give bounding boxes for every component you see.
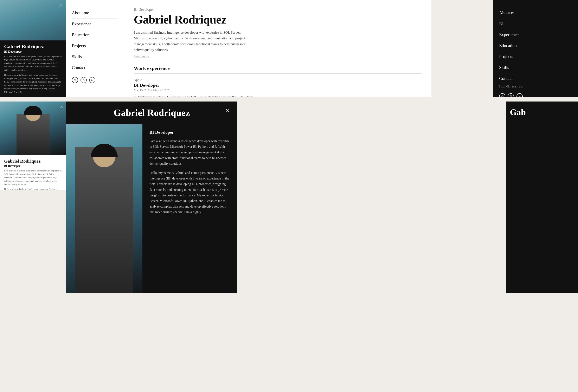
right-nav-label-about: About me: [499, 10, 516, 15]
modal-bio-p2: Hello, my name is Gabriel and I am a pas…: [149, 170, 230, 215]
right-nav-experience[interactable]: Experience: [499, 29, 572, 40]
nav-label-about-me: About me: [72, 10, 89, 15]
modal-text-content: BI Developer I am a skilled Business Int…: [143, 124, 237, 293]
main-subtitle: BI Developer: [134, 7, 422, 12]
main-bio-short: I am a skilled Business Intelligence dev…: [134, 30, 253, 53]
right-nav-label-skills: Skills: [499, 65, 509, 70]
main-name: Gabriel Rodriquez: [134, 13, 422, 26]
profile-card-bottom-left: × Gabriel Rodriquez BI Developer I am a …: [0, 101, 66, 190]
profile-card-top-left: × Gabriel Rodriquez BI Developer I am a …: [0, 0, 66, 97]
social-icons-top: ◎ 𝕏 in: [72, 77, 118, 83]
nav-panel-top: About me → Experience Education Projects…: [66, 0, 124, 97]
right-nav-bi: BI: [499, 21, 503, 26]
right-nav-label-contact: Contact: [499, 76, 513, 81]
nav-label-skills: Skills: [72, 54, 82, 59]
social-github-icon[interactable]: ◎: [72, 77, 78, 83]
card-short-bio: I am a skilled Business Intelligence dev…: [4, 55, 62, 72]
nav-item-skills[interactable]: Skills: [72, 51, 118, 62]
right-nav-label-experience: Experience: [499, 32, 519, 37]
job-bullet-1: • Develop and maintain ETL processes usi…: [134, 94, 253, 97]
modal-job-title: BI Developer: [149, 130, 230, 135]
right-nav-about[interactable]: About me: [499, 7, 572, 18]
learn-more-link[interactable]: Learn more: [134, 54, 422, 58]
card-title: BI Developer: [4, 50, 62, 53]
bullet-dot-1: •: [134, 94, 135, 97]
nav-item-about-me[interactable]: About me →: [72, 7, 118, 19]
bottom-card-photo: ×: [0, 101, 66, 155]
social-twitter-icon[interactable]: 𝕏: [81, 77, 87, 83]
bottom-card-title: BI Developer: [4, 165, 62, 168]
right-nav-projects[interactable]: Projects: [499, 51, 572, 62]
work-experience-item: Apple BI Developer Mar 15, 2022 - May 27…: [134, 78, 422, 97]
nav-label-projects: Projects: [72, 43, 86, 48]
right-partial-bottom: Gab: [506, 101, 578, 293]
card-name: Gabriel Rodriquez: [4, 44, 62, 49]
bullet-text-1: Develop and maintain ETL processes using…: [137, 94, 253, 97]
right-nav-label-education: Education: [499, 43, 517, 48]
modal-person-body: [75, 147, 133, 293]
nav-label-experience: Experience: [72, 21, 91, 26]
modal-close-button[interactable]: ×: [225, 106, 230, 114]
social-linkedin-right-icon[interactable]: in: [517, 93, 523, 97]
card-info-overlay: Gabriel Rodriquez BI Developer I am a sk…: [0, 41, 66, 97]
right-partial-bottom-name: Gab: [506, 101, 578, 119]
nav-item-projects[interactable]: Projects: [72, 41, 118, 51]
bottom-card-bio2: Hello, my name is Gabriel and I am a pas…: [4, 187, 62, 190]
nav-item-education[interactable]: Education: [72, 30, 118, 41]
modal-title: Gabriel Rodriquez: [113, 107, 190, 118]
bottom-card-bio: I am a skilled Business Intelligence dev…: [4, 169, 62, 186]
work-experience-title: Work experience: [134, 66, 422, 74]
modal-panel: Gabriel Rodriquez × BI Developer I am a …: [66, 101, 237, 293]
nav-label-education: Education: [72, 32, 89, 37]
right-nav-label-projects: Projects: [499, 54, 513, 59]
social-github-right-icon[interactable]: ◎: [499, 93, 505, 97]
modal-photo: [66, 124, 143, 293]
bottom-card-info: Gabriel Rodriquez BI Developer I am a sk…: [0, 155, 66, 190]
bottom-card-cap: [24, 106, 42, 115]
nav-item-contact[interactable]: Contact: [72, 62, 118, 73]
bottom-card-close-button[interactable]: ×: [60, 104, 63, 110]
right-nav-skills[interactable]: Skills: [499, 62, 572, 73]
right-nav-contact[interactable]: Contact: [499, 73, 572, 84]
right-partial-bio-preview: I a... Mi... ma... de...: [499, 85, 572, 88]
company-name: Apple: [134, 78, 422, 82]
modal-header: Gabriel Rodriquez ×: [66, 101, 237, 124]
card-close-button[interactable]: ×: [59, 2, 63, 9]
nav-arrow-about-me: →: [114, 11, 118, 15]
row-separator: [0, 97, 578, 101]
main-content-top: BI Developer Gabriel Rodriquez I am a sk…: [124, 0, 432, 97]
social-icons-right: ◎ 𝕏 in: [499, 93, 572, 97]
nav-label-contact: Contact: [72, 65, 85, 70]
nav-item-experience[interactable]: Experience: [72, 19, 118, 30]
bottom-card-name: Gabriel Rodriquez: [4, 158, 62, 164]
modal-body: BI Developer I am a skilled Business Int…: [66, 124, 237, 293]
right-nav-subtitle: BI: [499, 18, 572, 29]
bottom-main-content: [237, 101, 506, 293]
social-linkedin-icon[interactable]: in: [89, 77, 95, 83]
modal-person-cap: [91, 144, 118, 157]
card-long-bio-preview: Hello, my name is Gabriel and I am a pas…: [4, 73, 62, 94]
modal-bio-p1: I am a skilled Business Intelligence dev…: [149, 138, 230, 166]
social-twitter-right-icon[interactable]: 𝕏: [508, 93, 514, 97]
job-title: BI Developer: [134, 83, 422, 88]
job-dates: Mar 15, 2022 - May 27, 2023: [134, 88, 422, 92]
right-partial-nav-top: About me BI Experience Education Project…: [493, 0, 578, 97]
right-nav-education[interactable]: Education: [499, 40, 572, 51]
